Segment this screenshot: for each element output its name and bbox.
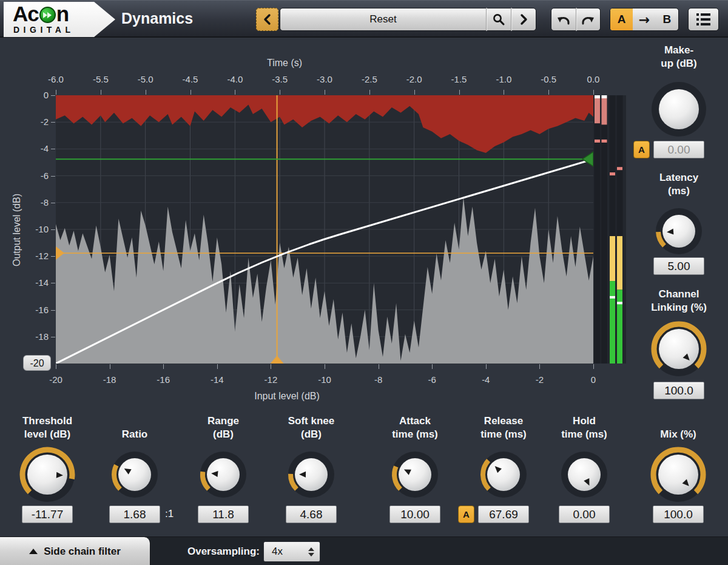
input-tick-mark	[271, 364, 271, 369]
attack-knob[interactable]	[388, 448, 442, 501]
gr-meter-peak	[595, 140, 600, 143]
mix-value[interactable]: 100.0	[653, 506, 704, 523]
output-tick-mark	[51, 337, 55, 337]
transfer-curve-plot[interactable]	[56, 95, 593, 364]
output-tick-mark	[51, 310, 55, 311]
time-tick-label: -3.5	[272, 74, 288, 84]
output-tick-label: -8	[18, 197, 49, 208]
input-tick-label: -10	[318, 374, 331, 385]
release-value[interactable]: 67.69	[478, 506, 529, 523]
hold-knob-face[interactable]	[568, 458, 601, 491]
makeup-automation-badge[interactable]: A	[633, 141, 650, 158]
preset-search-button[interactable]	[487, 8, 511, 31]
output-meter-mark	[610, 296, 615, 299]
undo-redo-group	[551, 8, 601, 31]
channel-linking-knob-face[interactable]	[659, 329, 699, 369]
input-tick-label: -2	[536, 374, 544, 385]
soft-knee-knob[interactable]	[285, 448, 338, 501]
input-tick-mark	[325, 364, 325, 369]
time-tick-mark	[325, 90, 325, 95]
input-tick-label: -20	[49, 374, 62, 385]
channel-linking-knob[interactable]	[647, 317, 710, 381]
time-tick-mark	[101, 90, 101, 95]
preset-next-button[interactable]	[511, 8, 536, 31]
input-tick-label: -18	[103, 374, 116, 385]
oversampling-select[interactable]: 4x	[263, 541, 320, 562]
menu-icon	[696, 13, 710, 16]
redo-icon	[580, 12, 596, 27]
threshold-value[interactable]: -11.77	[22, 506, 73, 523]
ratio-label: Ratio	[86, 414, 183, 441]
latency-knob-face[interactable]	[662, 215, 695, 248]
latency-knob[interactable]	[652, 205, 706, 258]
hold-knob[interactable]	[558, 448, 611, 501]
side-chain-filter-toggle[interactable]: Side chain filter	[0, 537, 150, 565]
release-automation-badge[interactable]: A	[458, 506, 474, 523]
side-chain-filter-label: Side chain filter	[44, 546, 121, 558]
release-knob-face[interactable]	[487, 458, 520, 491]
page-title: Dynamics	[121, 10, 193, 27]
time-tick-mark	[235, 90, 235, 95]
menu-button[interactable]	[688, 8, 719, 31]
ratio-knob-face[interactable]	[118, 458, 151, 491]
mix-knob-face[interactable]	[658, 455, 698, 495]
range-knob-face[interactable]	[207, 458, 240, 491]
output-tick-mark	[51, 203, 55, 203]
spinner-icon[interactable]	[305, 547, 320, 557]
channel-linking-value[interactable]: 100.0	[653, 382, 704, 399]
output-tick-mark	[51, 95, 55, 96]
attack-value[interactable]: 10.00	[389, 506, 440, 523]
soft-knee-value[interactable]: 4.68	[286, 506, 337, 523]
input-axis-title: Input level (dB)	[226, 391, 348, 402]
release-knob[interactable]	[477, 448, 530, 501]
makeup-knob[interactable]	[647, 78, 710, 141]
ab-b-button[interactable]: B	[656, 8, 678, 31]
makeup-value[interactable]: 0.00	[653, 141, 704, 158]
redo-button[interactable]	[576, 8, 600, 31]
output-meter-peak	[610, 172, 615, 175]
input-tick-mark	[217, 364, 218, 369]
output-range-badge[interactable]: -20	[23, 355, 51, 371]
output-tick-label: 0	[18, 90, 49, 100]
time-tick-mark	[190, 90, 191, 95]
level-meters	[593, 95, 626, 364]
threshold-knob[interactable]	[16, 443, 79, 506]
time-tick-label: -4.0	[227, 74, 243, 84]
makeup-knob-face[interactable]	[659, 89, 699, 129]
output-tick-mark	[51, 149, 55, 149]
input-tick-label: -4	[482, 374, 490, 385]
bottombar: Side chain filter Oversampling: 4x	[0, 536, 728, 565]
ab-copy-button[interactable]: →	[633, 8, 655, 31]
input-tick-label: -8	[374, 374, 382, 385]
input-tick-label: -14	[211, 374, 224, 385]
attack-knob-face[interactable]	[399, 458, 431, 491]
brand-name: Acn	[13, 2, 69, 26]
input-tick-mark	[163, 364, 164, 369]
output-tick-mark	[51, 176, 55, 177]
input-tick-mark	[539, 364, 540, 369]
hold-value[interactable]: 0.00	[559, 506, 610, 523]
time-tick-mark	[459, 90, 460, 95]
preset-name[interactable]: Reset	[280, 13, 486, 25]
output-tick-label: -10	[18, 224, 49, 234]
range-value[interactable]: 11.8	[198, 506, 249, 523]
time-axis-title: Time (s)	[239, 58, 330, 69]
time-tick-label: -5.0	[138, 74, 153, 84]
output-tick-mark	[51, 283, 55, 283]
ratio-value[interactable]: 1.68	[109, 506, 160, 523]
ratio-knob[interactable]	[108, 448, 161, 501]
undo-button[interactable]	[551, 8, 576, 31]
output-tick-label: -2	[18, 117, 49, 127]
time-tick-label: -2.5	[362, 74, 377, 84]
brand-sub: DIGITAL	[13, 25, 74, 35]
fast-forward-icon	[39, 7, 56, 23]
makeup-label: Make-up (dB)	[630, 44, 727, 70]
latency-value[interactable]: 5.00	[653, 257, 704, 275]
time-tick-mark	[593, 90, 594, 95]
mix-knob[interactable]	[647, 443, 710, 506]
ab-a-button[interactable]: A	[610, 8, 633, 31]
preset-previous-button[interactable]	[256, 8, 278, 31]
gr-meter-cap	[595, 95, 600, 98]
range-knob[interactable]	[197, 448, 250, 501]
input-tick-mark	[486, 364, 487, 369]
